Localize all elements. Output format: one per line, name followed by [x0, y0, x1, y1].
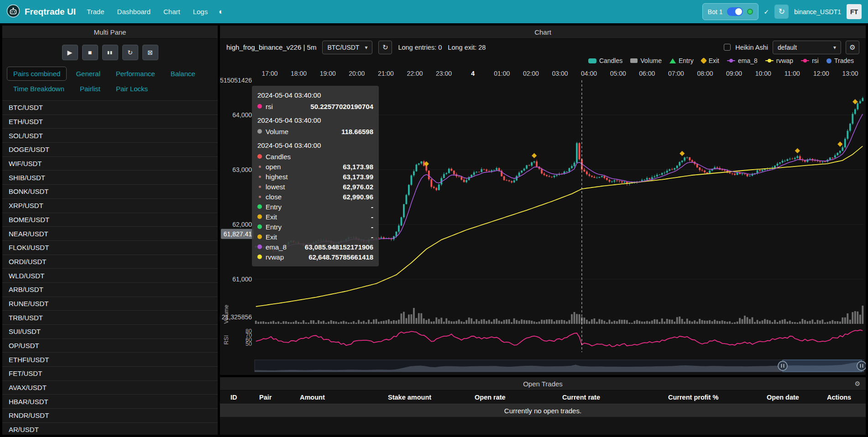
pair-row-fet-usdt[interactable]: FET/USDT	[2, 367, 218, 381]
sidebar-tab-performance[interactable]: Performance	[110, 67, 162, 81]
col-header-open-rate[interactable]: Open rate	[475, 394, 506, 401]
legend-item-rsi[interactable]: rsi	[801, 57, 819, 64]
svg-text:02:00: 02:00	[523, 70, 539, 77]
pair-row-avax-usdt[interactable]: AVAX/USDT	[2, 381, 218, 395]
bot-selector[interactable]: Bot 1	[702, 3, 758, 20]
chart-panel-header: Chart	[220, 26, 866, 39]
pair-row-xrp-usdt[interactable]: XRP/USDT	[2, 199, 218, 213]
nav-link-trade[interactable]: Trade	[87, 8, 105, 16]
pair-row-wld-usdt[interactable]: WLD/USDT	[2, 269, 218, 283]
nav-link-logs[interactable]: Logs	[193, 8, 208, 16]
rvwap-marker-icon	[765, 60, 774, 62]
nav-link-chart[interactable]: Chart	[163, 8, 180, 16]
svg-text:19:00: 19:00	[320, 70, 336, 77]
col-header-current-profit[interactable]: Current profit %	[668, 394, 718, 401]
sidebar-tab-pair-locks[interactable]: Pair Locks	[110, 82, 154, 96]
pair-row-wif-usdt[interactable]: WIF/USDT	[2, 157, 218, 171]
legend-label: Entry	[679, 57, 694, 64]
content-row: Multi Pane ▶■▮▮↻⊠ Pairs combinedGeneralP…	[0, 23, 868, 437]
svg-text:20:00: 20:00	[349, 70, 365, 77]
bot-toggle[interactable]	[727, 7, 743, 16]
legend-item-entry[interactable]: Entry	[669, 57, 694, 64]
sidebar-tab-pairs-combined[interactable]: Pairs combined	[7, 67, 67, 81]
svg-text:11:00: 11:00	[784, 70, 800, 77]
chart-toolbar: high_frog_binance_v226 | 5m BTC/USDT ▾ ↻…	[220, 39, 866, 56]
col-header-open-date[interactable]: Open date	[767, 394, 799, 401]
pair-row-bome-usdt[interactable]: BOME/USDT	[2, 213, 218, 227]
price-chart[interactable]: 64,00063,00062,00061,00051505142617:0018…	[220, 66, 866, 375]
pair-row-shib-usdt[interactable]: SHIB/USDT	[2, 171, 218, 185]
sidebar-tabs: Pairs combinedGeneralPerformanceBalanceT…	[2, 65, 218, 100]
sidebar-tab-time-breakdown[interactable]: Time Breakdown	[7, 82, 71, 96]
pair-row-sui-usdt[interactable]: SUI/USDT	[2, 325, 218, 339]
ema-8-marker-icon	[727, 60, 735, 62]
pair-select[interactable]: BTC/USDT ▾	[322, 41, 372, 54]
avatar[interactable]: FT	[847, 4, 862, 19]
legend-item-rvwap[interactable]: rvwap	[765, 57, 793, 64]
pair-row-sol-usdt[interactable]: SOL/USDT	[2, 129, 218, 143]
table-settings-icon[interactable]: ⚙	[854, 380, 860, 387]
chart-refresh-button[interactable]: ↻	[378, 41, 392, 54]
sidebar-tab-balance[interactable]: Balance	[164, 67, 202, 81]
stop-button[interactable]: ■	[82, 45, 98, 60]
col-header-actions[interactable]: Actions	[827, 394, 851, 401]
col-header-amount[interactable]: Amount	[300, 394, 325, 401]
legend-item-trades[interactable]: Trades	[826, 57, 854, 64]
pair-row-eth-usdt[interactable]: ETH/USDT	[2, 115, 218, 129]
plot-config-select[interactable]: default ▾	[773, 41, 841, 54]
col-header-current-rate[interactable]: Current rate	[562, 394, 600, 401]
pair-select-value: BTC/USDT	[327, 44, 359, 51]
global-refresh-button[interactable]: ↻	[774, 5, 789, 19]
pair-row-hbar-usdt[interactable]: HBAR/USDT	[2, 395, 218, 409]
svg-text:23:00: 23:00	[436, 70, 452, 77]
play-button[interactable]: ▶	[62, 45, 78, 60]
pause-button[interactable]: ▮▮	[102, 45, 118, 60]
pair-row-rune-usdt[interactable]: RUNE/USDT	[2, 297, 218, 311]
nav-link-dashboard[interactable]: Dashboard	[117, 8, 151, 16]
reload-button[interactable]: ↻	[122, 45, 138, 60]
svg-text:07:00: 07:00	[668, 70, 684, 77]
pair-row-ethfi-usdt[interactable]: ETHFI/USDT	[2, 353, 218, 367]
legend-item-candles[interactable]: Candles	[588, 57, 622, 64]
pair-row-doge-usdt[interactable]: DOGE/USDT	[2, 143, 218, 157]
multi-pane-sidebar: Multi Pane ▶■▮▮↻⊠ Pairs combinedGeneralP…	[2, 26, 218, 435]
plot-config-value: default	[778, 44, 797, 51]
plot-settings-button[interactable]: ⚙	[846, 41, 859, 54]
pair-row-ar-usdt[interactable]: AR/USDT	[2, 423, 218, 435]
col-header-stake-amount[interactable]: Stake amount	[388, 394, 431, 401]
col-header-id[interactable]: ID	[230, 394, 237, 401]
pair-row-arb-usdt[interactable]: ARB/USDT	[2, 283, 218, 297]
col-header-pair[interactable]: Pair	[259, 394, 272, 401]
chevron-down-icon: ▾	[833, 44, 836, 51]
pair-row-bonk-usdt[interactable]: BONK/USDT	[2, 185, 218, 199]
sidebar-tab-pairlist[interactable]: Pairlist	[73, 82, 107, 96]
svg-text:21:00: 21:00	[378, 70, 394, 77]
open-trades-header: Open Trades ⚙	[220, 377, 866, 390]
legend-item-exit[interactable]: Exit	[701, 57, 719, 64]
legend-item-volume[interactable]: Volume	[630, 57, 662, 64]
pair-row-op-usdt[interactable]: OP/USDT	[2, 339, 218, 353]
pair-row-rndr-usdt[interactable]: RNDR/USDT	[2, 409, 218, 423]
heikin-ashi-checkbox[interactable]	[724, 44, 731, 51]
pair-row-btc-usdt[interactable]: BTC/USDT	[2, 101, 218, 115]
chart-canvas[interactable]: 64,00063,00062,00061,00051505142617:0018…	[220, 66, 866, 375]
svg-text:04:00: 04:00	[581, 70, 597, 77]
svg-text:61,000: 61,000	[232, 276, 252, 283]
pair-row-near-usdt[interactable]: NEAR/USDT	[2, 227, 218, 241]
sidebar-tab-general[interactable]: General	[69, 67, 106, 81]
pair-row-floki-usdt[interactable]: FLOKI/USDT	[2, 241, 218, 255]
check-icon: ✓	[764, 8, 769, 16]
pair-row-ordi-usdt[interactable]: ORDI/USDT	[2, 255, 218, 269]
brand-title: Freqtrade UI	[25, 7, 76, 17]
sidebar-title: Multi Pane	[94, 28, 126, 36]
clear-button[interactable]: ⊠	[142, 45, 158, 60]
legend-label: Volume	[640, 57, 662, 64]
bot-name-label[interactable]: binance_USDT1	[794, 8, 841, 16]
pair-row-trb-usdt[interactable]: TRB/USDT	[2, 311, 218, 325]
svg-text:01:00: 01:00	[494, 70, 510, 77]
bot-online-dot	[747, 9, 753, 15]
theme-toggle-icon[interactable]: ◐	[219, 7, 223, 16]
legend-item-ema-8[interactable]: ema_8	[727, 57, 758, 64]
svg-text:Volume: Volume	[223, 305, 230, 324]
brand[interactable]: Freqtrade UI	[6, 4, 76, 20]
